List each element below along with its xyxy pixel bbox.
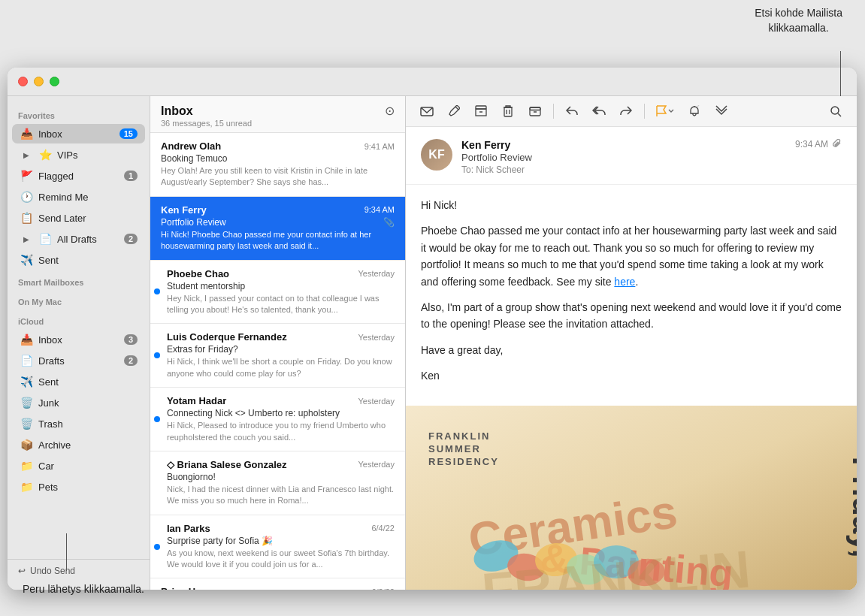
callout-top-right-text: Etsi kohde Mailista klikkaamalla.	[755, 7, 842, 34]
sidebar-item-icloud-drafts[interactable]: 📄 Drafts 2	[12, 351, 145, 370]
email-paragraph-2: Also, I'm part of a group show that's op…	[421, 299, 842, 333]
clock-icon: 🕐	[20, 190, 33, 204]
sidebar-item-label: VIPs	[57, 149, 138, 161]
sidebar-item-label: Junk	[38, 397, 138, 409]
msg-time: 6/3/22	[371, 587, 395, 590]
svg-line-14	[838, 113, 841, 116]
notify-button[interactable]	[684, 101, 705, 122]
unread-dot	[154, 288, 160, 294]
sidebar-item-icloud-trash[interactable]: 🗑️ Trash	[12, 414, 145, 433]
sidebar-item-icloud-sent[interactable]: ✈️ Sent	[12, 372, 145, 391]
message-row[interactable]: Ken Ferry 9:34 AM Portfolio Review 📎 Hi …	[150, 197, 405, 261]
message-row[interactable]: Brian Heung 6/3/22 Book cover? Hi Nick, …	[150, 578, 405, 590]
msg-time: 9:41 AM	[364, 142, 395, 151]
unread-dot	[154, 352, 160, 358]
sidebar-item-vips[interactable]: ▶ ⭐ VIPs	[12, 145, 145, 165]
filter-icon[interactable]: ⊙	[385, 104, 395, 118]
msg-preview: Hi Nick, I think we'll be short a couple…	[167, 356, 395, 379]
message-list-body: Andrew Olah 9:41 AM Booking Temuco Hey O…	[150, 133, 405, 590]
msg-sender: ◇ Briana Salese Gonzalez	[167, 459, 358, 470]
sidebar-item-flagged[interactable]: 🚩 Flagged 1	[12, 166, 145, 186]
sidebar-item-icloud-pets[interactable]: 📁 Pets	[12, 477, 145, 497]
sidebar-item-all-drafts[interactable]: ▶ 📄 All Drafts 2	[12, 229, 145, 249]
sidebar-section-onmymac: On My Mac	[8, 290, 150, 310]
message-list: Inbox ⊙ 36 messages, 15 unread Andrew Ol…	[150, 96, 406, 590]
search-button[interactable]	[825, 101, 846, 122]
sidebar-item-label: Pets	[38, 482, 138, 493]
inbox-icon: 📥	[20, 333, 33, 346]
sidebar-item-remind-me[interactable]: 🕐 Remind Me	[12, 187, 145, 207]
msg-time: Yesterday	[358, 333, 395, 342]
email-to: To: Nick Scheer	[461, 165, 786, 175]
sidebar-item-icloud-junk[interactable]: 🗑️ Junk	[12, 393, 145, 412]
get-mail-button[interactable]	[416, 101, 437, 122]
sidebar-item-label: Drafts	[38, 355, 124, 367]
svg-text:Friday,: Friday,	[846, 456, 857, 557]
msg-sender: Luis Coderque Fernandez	[167, 331, 358, 343]
archive-icon: 📦	[20, 438, 33, 451]
archive-button[interactable]	[470, 101, 491, 122]
sidebar-item-label: Remind Me	[38, 192, 138, 203]
title-bar	[8, 68, 857, 96]
email-attachment-image: FRANKLIN SUMMER RESIDENCY Ceramics & Pai…	[406, 406, 857, 590]
msg-sender: Brian Heung	[161, 586, 371, 590]
toolbar-separator	[553, 104, 554, 119]
junk-button[interactable]	[525, 101, 546, 122]
compose-button[interactable]	[443, 101, 464, 122]
folder-icon: 📁	[20, 459, 33, 473]
detail-toolbar	[406, 96, 857, 127]
msg-time: 6/4/22	[371, 524, 395, 533]
message-row[interactable]: Andrew Olah 9:41 AM Booking Temuco Hey O…	[150, 133, 405, 197]
content-area: Favorites 📥 Inbox 15 ▶ ⭐ VIPs 🚩 Flagged …	[8, 96, 857, 590]
inbox-badge: 15	[119, 128, 138, 139]
message-row[interactable]: ◇ Briana Salese Gonzalez Yesterday Buong…	[150, 451, 405, 515]
sidebar-item-label: Car	[38, 460, 138, 472]
message-row[interactable]: Luis Coderque Fernandez Yesterday Extras…	[150, 324, 405, 388]
site-link[interactable]: here	[614, 276, 635, 288]
sidebar-item-label: Inbox	[38, 334, 124, 346]
msg-sender: Ken Ferry	[161, 204, 364, 216]
reply-all-button[interactable]	[588, 101, 609, 122]
traffic-light-green[interactable]	[50, 77, 59, 86]
message-row[interactable]: Yotam Hadar Yesterday Connecting Nick <>…	[150, 388, 405, 451]
msg-time: Yesterday	[358, 397, 395, 406]
unread-dot	[154, 416, 160, 422]
sidebar-section-icloud: iCloud	[8, 310, 150, 329]
reply-button[interactable]	[561, 101, 582, 122]
sent-icon: ✈️	[20, 375, 33, 388]
traffic-light-red[interactable]	[18, 77, 28, 86]
sidebar-section-favorites: Favorites	[8, 104, 150, 123]
email-greeting: Hi Nick!	[421, 197, 842, 213]
sidebar-item-label: Send Later	[38, 213, 138, 224]
flag-button[interactable]	[652, 104, 678, 119]
msg-subject: Buongiorno!	[161, 472, 395, 482]
sidebar-item-label: Flagged	[38, 171, 124, 182]
icloud-drafts-badge: 2	[124, 355, 138, 366]
undo-send-button[interactable]: ↩ Undo Send	[8, 559, 150, 582]
sidebar-item-send-later[interactable]: 📋 Send Later	[12, 208, 145, 228]
sidebar-item-inbox-fav[interactable]: 📥 Inbox 15	[12, 124, 145, 143]
msg-subject: Extras for Friday?	[167, 344, 395, 355]
sidebar-item-icloud-archive[interactable]: 📦 Archive	[12, 435, 145, 454]
drafts-icon: 📄	[20, 354, 33, 367]
email-time: 9:34 AM	[795, 139, 842, 149]
sidebar-item-icloud-car[interactable]: 📁 Car	[12, 456, 145, 476]
disclosure-icon: ▶	[20, 148, 33, 162]
msg-preview: Hi Nick! Phoebe Chao passed me your cont…	[161, 229, 395, 252]
traffic-light-yellow[interactable]	[34, 77, 44, 86]
sidebar-item-label: All Drafts	[57, 234, 124, 245]
message-row[interactable]: Ian Parks 6/4/22 Surprise party for Sofi…	[150, 515, 405, 579]
email-body: Hi Nick! Phoebe Chao passed me your cont…	[406, 185, 857, 406]
delete-button[interactable]	[498, 101, 519, 122]
sidebar-item-sent[interactable]: ✈️ Sent	[12, 250, 145, 270]
msg-time: 9:34 AM	[364, 205, 395, 214]
svg-text:RESIDENCY: RESIDENCY	[428, 456, 499, 467]
sidebar-item-icloud-inbox[interactable]: 📥 Inbox 3	[12, 330, 145, 349]
detail-body: KF Ken Ferry Portfolio Review To: Nick S…	[406, 127, 857, 590]
forward-button[interactable]	[615, 101, 637, 122]
flagged-badge: 1	[124, 171, 138, 181]
sidebar-section-smart: Smart Mailboxes	[8, 270, 150, 290]
inbox-icon: 📥	[20, 127, 33, 140]
message-row[interactable]: Phoebe Chao Yesterday Student mentorship…	[150, 261, 405, 325]
more-button[interactable]	[711, 101, 732, 122]
